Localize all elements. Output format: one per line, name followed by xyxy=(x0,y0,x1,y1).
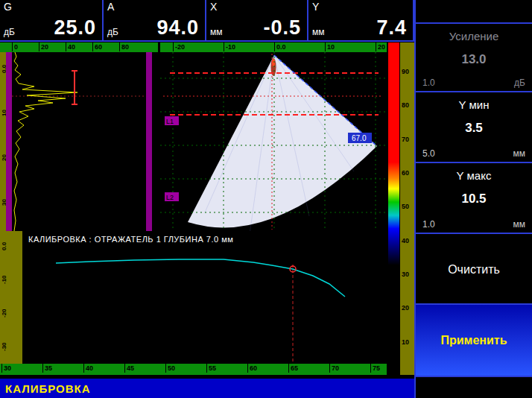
ascan-plot xyxy=(12,52,146,231)
ruler-tick: -10 xyxy=(224,42,235,51)
gate-l1-label: L1 xyxy=(166,118,174,125)
ruler-tick: 35 xyxy=(42,364,52,373)
status-mode-label: КАЛИБРОВКА xyxy=(5,382,91,395)
ruler-tick: -30 xyxy=(1,342,7,351)
ruler-tick: 80 xyxy=(402,101,409,109)
ruler-tick: 20 xyxy=(39,42,48,51)
ascan-top-ruler: 020406080 xyxy=(0,42,158,52)
calibration-left-ruler: 0.0-10-20-30 xyxy=(0,231,22,364)
amplitude-right-ruler: 908070605040302010 xyxy=(400,42,414,375)
ruler-tick: -10 xyxy=(1,275,7,284)
measurement-unit: мм xyxy=(210,27,223,37)
ruler-tick: 50 xyxy=(402,203,409,210)
measurement-label: Y xyxy=(312,1,319,13)
ruler-tick: 20 xyxy=(376,42,385,51)
apply-button[interactable]: Применить xyxy=(416,303,532,377)
param-unit: мм xyxy=(513,219,526,230)
flaw-detector-screen: G дБ 25.0 A дБ 94.0 X мм -0.5 Y мм 7.4 6… xyxy=(0,0,532,398)
sector-svg: 67.0 L1 L2 xyxy=(160,52,387,231)
calibration-title: КАЛИБРОВКА : ОТРАЖАТЕЛЬ 1 ГЛУБИНА 7.0 мм xyxy=(28,235,233,244)
ruler-tick: 90 xyxy=(402,68,409,75)
header-divider xyxy=(0,40,414,42)
ruler-tick: 30 xyxy=(1,364,11,373)
param-label: Y макс xyxy=(416,169,532,182)
ruler-tick: 0.0 xyxy=(1,242,7,250)
ascan-gate-bar-right xyxy=(146,52,152,231)
measurement-box-g: G дБ 25.0 xyxy=(0,0,104,40)
sector-scan-plot: 67.0 L1 L2 xyxy=(160,52,387,231)
measurement-value: 25.0 xyxy=(54,16,96,40)
param-step: 1.0 xyxy=(422,78,435,88)
param-unit: дБ xyxy=(514,78,525,88)
ascan-svg xyxy=(12,52,146,231)
measurement-value: -0.5 xyxy=(263,16,301,40)
ruler-tick: 40 xyxy=(402,237,409,244)
measurement-unit: дБ xyxy=(4,27,15,37)
param-value: 3.5 xyxy=(416,121,532,136)
ruler-tick: 80 xyxy=(119,42,129,51)
amplitude-color-scale xyxy=(388,42,399,375)
ruler-tick: 20 xyxy=(402,304,409,312)
param-label: Y мин xyxy=(416,98,532,111)
param-label: Усиление xyxy=(416,30,532,42)
ruler-tick: 40 xyxy=(83,364,93,373)
measurement-label: X xyxy=(210,1,217,13)
measurement-unit: мм xyxy=(312,27,325,37)
param-step: 5.0 xyxy=(422,148,435,159)
ruler-tick: 70 xyxy=(402,136,409,143)
ruler-tick: 10 xyxy=(402,338,409,346)
ruler-tick: 55 xyxy=(206,364,216,373)
ruler-tick: 70 xyxy=(329,364,339,373)
ruler-tick: 40 xyxy=(66,42,75,51)
measurement-box-a: A дБ 94.0 xyxy=(104,0,206,40)
calibration-bottom-ruler: 30354045505560657075 xyxy=(0,364,387,375)
ruler-tick: 65 xyxy=(288,364,298,373)
ruler-tick: 0 xyxy=(12,42,18,51)
measurement-label: A xyxy=(107,1,114,13)
ruler-tick: 45 xyxy=(124,364,134,373)
param-y-min[interactable]: Y мин 3.5 5.0 мм xyxy=(416,91,532,163)
status-bar: КАЛИБРОВКА xyxy=(0,379,414,398)
param-value: 10.5 xyxy=(416,192,532,206)
calibration-plot: КАЛИБРОВКА : ОТРАЖАТЕЛЬ 1 ГЛУБИНА 7.0 мм xyxy=(22,231,387,364)
sidebar-menu: Усиление 13.0 1.0 дБ Y мин 3.5 5.0 мм Y … xyxy=(414,0,532,398)
param-unit: мм xyxy=(513,148,526,159)
ruler-tick: 30 xyxy=(402,271,409,278)
ruler-tick: 50 xyxy=(165,364,175,373)
measurement-label: G xyxy=(4,1,12,13)
ruler-tick: 60 xyxy=(247,364,257,373)
ascan-gate-bar-left xyxy=(6,52,12,231)
param-y-max[interactable]: Y макс 10.5 1.0 мм xyxy=(416,162,532,234)
measurement-box-y: Y мм 7.4 xyxy=(308,0,414,40)
ruler-tick: -20 xyxy=(173,42,185,51)
sector-top-ruler: -20-100.01020 xyxy=(160,42,387,52)
param-value: 13.0 xyxy=(416,52,532,67)
measurement-box-x: X мм -0.5 xyxy=(206,0,308,40)
ruler-tick: 0.0 xyxy=(274,42,286,51)
ruler-tick: 60 xyxy=(92,42,102,51)
measurement-unit: дБ xyxy=(107,27,118,37)
ruler-tick: 75 xyxy=(370,364,380,373)
calibration-curve xyxy=(56,259,345,297)
measurement-value: 7.4 xyxy=(376,16,407,40)
gate-l2-label: L2 xyxy=(166,194,174,201)
ascan-signal-trace xyxy=(14,52,77,231)
ruler-tick: 10 xyxy=(325,42,335,51)
measurement-value: 94.0 xyxy=(156,16,199,40)
param-step: 1.0 xyxy=(422,219,435,230)
ruler-tick: -20 xyxy=(1,309,7,318)
ruler-tick: 60 xyxy=(402,169,409,177)
calibration-svg xyxy=(22,231,387,364)
beam-angle-label: 67.0 xyxy=(352,134,367,142)
clear-button[interactable]: Очистить xyxy=(416,233,532,305)
param-gain[interactable]: Усиление 13.0 1.0 дБ xyxy=(416,22,532,92)
